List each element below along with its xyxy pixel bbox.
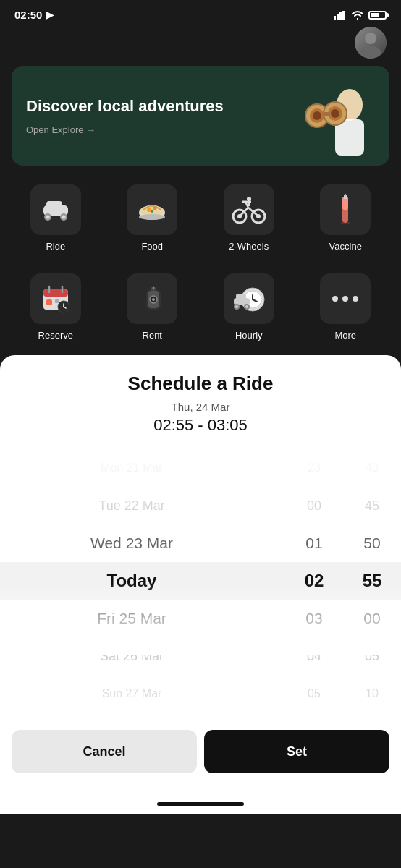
sheet-title: Schedule a Ride (0, 373, 401, 395)
picker-day-6: Sun 27 Mar (0, 675, 263, 712)
service-item-ride[interactable]: Ride (7, 177, 104, 260)
avatar-area (0, 27, 401, 66)
service-item-food[interactable]: Food (104, 177, 201, 260)
service-grid-row1: Ride Food (0, 177, 401, 260)
service-item-reserve[interactable]: Reserve (7, 266, 104, 349)
sheet-time-range: 02:55 - 03:05 (0, 416, 401, 435)
vaccine-label: Vaccine (329, 241, 362, 252)
picker-day-3: Today (0, 562, 263, 600)
picker-day-5: Sat 26 Mar (0, 637, 263, 675)
status-time: 02:50 (14, 9, 42, 21)
rent-icon: U (136, 284, 168, 314)
two-wheels-icon (231, 196, 267, 224)
picker-minute-column[interactable]: 40 45 50 55 00 05 10 (343, 449, 401, 712)
svg-point-26 (139, 214, 165, 220)
banner-text: Discover local adventures Open Explore → (26, 96, 224, 135)
avatar[interactable] (355, 27, 387, 59)
picker-minute-6: 10 (343, 675, 401, 712)
picker-day-0: Mon 21 Mar (0, 449, 263, 487)
two-wheels-label: 2-Wheels (229, 241, 269, 252)
sheet-date: Thu, 24 Mar (0, 401, 401, 413)
cancel-button[interactable]: Cancel (12, 730, 197, 773)
svg-rect-16 (46, 201, 62, 208)
status-left: 02:50 ▶ (14, 9, 54, 21)
svg-point-24 (153, 207, 157, 210)
discover-banner[interactable]: Discover local adventures Open Explore → (12, 66, 389, 166)
picker-day-2: Wed 23 Mar (0, 524, 263, 562)
svg-point-25 (151, 210, 153, 213)
service-item-vaccine[interactable]: Vaccine (297, 177, 394, 260)
svg-rect-44 (46, 299, 52, 305)
picker-minute-2: 50 (343, 524, 401, 562)
sheet-buttons: Cancel Set (0, 718, 401, 796)
picker-hour-2: 01 (285, 524, 343, 562)
svg-text:U: U (151, 298, 154, 303)
more-dot-3 (353, 296, 358, 302)
svg-point-56 (153, 287, 155, 289)
svg-rect-43 (43, 289, 68, 297)
reserve-icon (39, 284, 72, 314)
location-icon: ▶ (46, 9, 54, 20)
svg-rect-14 (323, 112, 330, 116)
svg-point-12 (313, 111, 321, 120)
more-label: More (334, 330, 356, 341)
home-indicator (0, 796, 401, 814)
more-dot-2 (342, 296, 348, 302)
hourly-label: Hourly (235, 330, 263, 341)
reserve-label: Reserve (38, 330, 73, 341)
vaccine-icon-box (320, 184, 371, 235)
svg-rect-1 (337, 14, 339, 20)
picker-columns: Mon 21 Mar Tue 22 Mar Wed 23 Mar Today F… (0, 449, 401, 712)
picker-minute-5: 05 (343, 637, 401, 675)
picker-hour-3: 02 (285, 562, 343, 600)
picker-minute-1: 45 (343, 487, 401, 524)
two-wheels-icon-box (224, 184, 274, 235)
picker-hour-column[interactable]: 23 00 01 02 03 04 05 (285, 449, 343, 712)
more-dot-1 (332, 296, 338, 302)
hourly-icon-box (224, 273, 274, 324)
banner-image (295, 83, 375, 148)
hourly-icon (231, 284, 267, 314)
time-picker[interactable]: Mon 21 Mar Tue 22 Mar Wed 23 Mar Today F… (0, 449, 401, 712)
set-button[interactable]: Set (204, 730, 389, 773)
food-icon-box (127, 184, 177, 235)
more-icon-box (320, 273, 371, 324)
reserve-icon-box (30, 273, 81, 324)
food-label: Food (141, 241, 163, 252)
picker-hour-5: 04 (285, 637, 343, 675)
banner-title: Discover local adventures (26, 96, 224, 117)
ride-icon-box (30, 184, 81, 235)
picker-hour-0: 23 (285, 449, 343, 487)
svg-rect-0 (334, 16, 336, 20)
svg-point-5 (360, 46, 381, 59)
picker-minute-0: 40 (343, 449, 401, 487)
service-item-rent[interactable]: U Rent (104, 266, 201, 349)
rent-icon-box: U (127, 273, 177, 324)
battery-icon (368, 11, 387, 20)
food-icon (136, 195, 168, 224)
banner-link[interactable]: Open Explore → (26, 124, 224, 135)
picker-day-column[interactable]: Mon 21 Mar Tue 22 Mar Wed 23 Mar Today F… (0, 449, 285, 712)
svg-point-13 (331, 109, 339, 118)
svg-rect-2 (339, 12, 342, 20)
picker-minute-4: 00 (343, 600, 401, 637)
picker-day-4: Fri 25 Mar (0, 600, 263, 637)
picker-hour-1: 00 (285, 487, 343, 524)
home-bar (157, 802, 244, 806)
svg-point-20 (62, 216, 65, 219)
service-item-two-wheels[interactable]: 2-Wheels (200, 177, 297, 260)
rent-label: Rent (143, 330, 162, 341)
svg-rect-3 (342, 11, 345, 20)
status-bar: 02:50 ▶ (0, 0, 401, 27)
svg-point-67 (245, 305, 248, 308)
schedule-sheet: Schedule a Ride Thu, 24 Mar 02:55 - 03:0… (0, 355, 401, 814)
service-item-more[interactable]: More (297, 266, 394, 349)
service-grid-row2: Reserve U Rent (0, 266, 401, 349)
picker-minute-3: 55 (343, 562, 401, 600)
picker-day-1: Tue 22 Mar (0, 487, 263, 524)
ride-label: Ride (46, 241, 65, 252)
signal-icon (334, 10, 347, 20)
service-item-hourly[interactable]: Hourly (200, 266, 297, 349)
status-right (334, 10, 387, 20)
ride-icon (38, 198, 74, 221)
